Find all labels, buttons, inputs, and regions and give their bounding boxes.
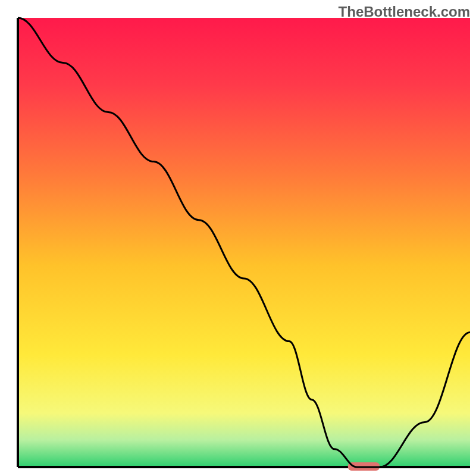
plot-background — [18, 18, 470, 467]
bottleneck-chart — [0, 0, 476, 476]
watermark-text: TheBottleneck.com — [339, 4, 470, 20]
chart-container: TheBottleneck.com — [0, 0, 476, 476]
